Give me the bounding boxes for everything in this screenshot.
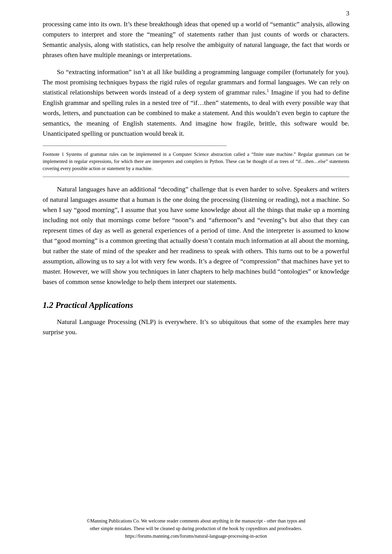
footer-line-2: other simple mistakes. These will be cle… <box>43 525 349 532</box>
footnote-1-text: Systems of grammar rules can be implemen… <box>43 152 349 171</box>
footer-line-3: https://forums.manning.com/forums/natura… <box>43 532 349 540</box>
paragraph-2: So “extracting information” isn’t at all… <box>43 67 349 139</box>
footnote-1-label: Footnote 1 <box>43 152 64 157</box>
paragraph-1: processing came into its own. It’s these… <box>43 19 349 60</box>
paragraph-3-text: Natural languages have an additional “de… <box>43 186 349 285</box>
paragraph-4-text: Natural Language Processing (NLP) is eve… <box>43 318 349 336</box>
paragraph-4: Natural Language Processing (NLP) is eve… <box>43 317 349 337</box>
footnote-divider-top <box>43 146 227 146</box>
page-number: 3 <box>346 9 349 17</box>
footnote-superscript-1: 1 <box>267 88 269 93</box>
footnote-divider-bottom <box>43 177 349 177</box>
footnote-1: Footnote 1 Systems of grammar rules can … <box>43 151 349 172</box>
footer: ©Manning Publications Co. We welcome rea… <box>43 517 349 540</box>
section-number: 1.2 <box>43 300 53 310</box>
paragraph-1-text: processing came into its own. It’s these… <box>43 20 349 58</box>
page: 3 processing came into its own. It’s the… <box>0 0 392 554</box>
section-title-text: Practical Applications <box>56 300 133 310</box>
section-heading-1-2: 1.2 Practical Applications <box>43 299 349 312</box>
main-content: processing came into its own. It’s these… <box>43 19 349 337</box>
paragraph-3: Natural languages have an additional “de… <box>43 184 349 287</box>
footer-line-1: ©Manning Publications Co. We welcome rea… <box>43 517 349 525</box>
